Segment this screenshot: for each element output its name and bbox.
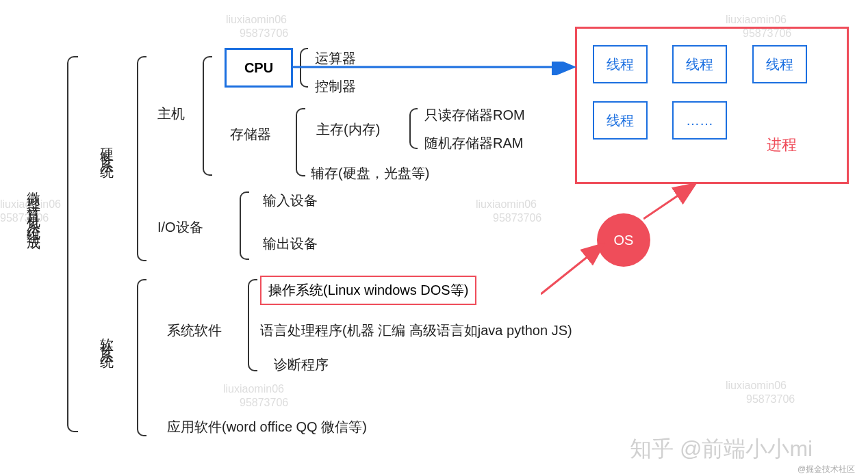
memory-label: 存储器 [230, 125, 271, 144]
os-arrow-2 [643, 179, 705, 227]
hardware-label: 硬件系统 [98, 137, 116, 159]
io-brace [240, 191, 249, 260]
ram-label: 随机存储器RAM [424, 134, 523, 153]
main-mem-label: 主存(内存) [316, 120, 380, 139]
watermark-num: 95873706 [746, 393, 795, 406]
thread-1: 线程 [593, 45, 648, 83]
host-brace [203, 56, 212, 176]
host-label: 主机 [157, 105, 185, 123]
software-brace [137, 279, 146, 436]
output-label: 输出设备 [263, 235, 318, 253]
system-software-brace [248, 279, 257, 371]
aux-mem-label: 辅存(硬盘，光盘等) [311, 164, 429, 183]
os-label: 操作系统(Linux windows DOS等) [268, 282, 468, 298]
cpu-box: CPU [225, 48, 293, 88]
io-label: I/O设备 [157, 218, 203, 237]
watermark-user: liuxiaomin06 [476, 198, 537, 211]
hardware-brace [137, 56, 146, 261]
watermark-user: liuxiaomin06 [726, 380, 787, 392]
os-arrow-1 [541, 239, 616, 301]
thread-more: …… [672, 101, 727, 140]
process-label: 进程 [767, 135, 797, 155]
watermark-user: liuxiaomin06 [726, 14, 787, 26]
os-box: 操作系统(Linux windows DOS等) [260, 276, 476, 305]
watermark-num: 95873706 [240, 27, 288, 40]
watermark-user: liuxiaomin06 [223, 383, 284, 395]
root-label: 微型计算机系统组成 [25, 181, 43, 230]
input-label: 输入设备 [263, 191, 318, 210]
lang-label: 语言处理程序(机器 汇编 高级语言如java python JS) [260, 321, 572, 340]
software-label: 软件系统 [98, 327, 116, 349]
watermark-num: 95873706 [240, 397, 288, 409]
os-circle-label: OS [614, 233, 634, 248]
cpu-label: CPU [244, 60, 273, 76]
diag-label: 诊断程序 [274, 356, 329, 374]
svg-line-1 [541, 245, 602, 294]
watermark-juejin: @掘金技术社区 [797, 464, 855, 475]
root-brace [67, 56, 78, 432]
rom-label: 只读存储器ROM [424, 106, 525, 124]
memory-brace [296, 108, 305, 176]
control-label: 控制器 [315, 77, 356, 96]
cpu-arrow [293, 62, 582, 75]
svg-line-2 [643, 185, 694, 219]
watermark-user: liuxiaomin06 [226, 14, 287, 26]
watermark-zhihu: 知乎 @前端小小mi [630, 434, 813, 464]
app-software-label: 应用软件(word office QQ 微信等) [167, 418, 367, 436]
thread-3: 线程 [752, 45, 807, 83]
thread-4: 线程 [593, 101, 648, 140]
main-mem-brace [409, 108, 418, 149]
system-software-label: 系统软件 [167, 321, 222, 340]
thread-2: 线程 [672, 45, 727, 83]
watermark-num: 95873706 [493, 212, 541, 224]
